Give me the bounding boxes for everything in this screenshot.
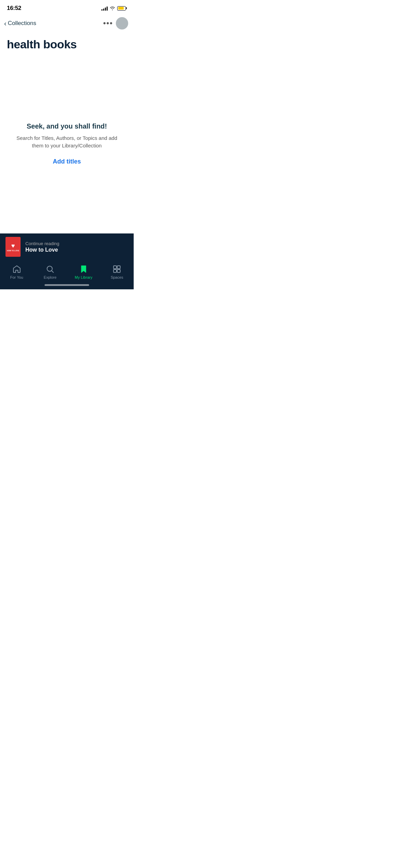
back-chevron-icon: ‹ xyxy=(4,20,7,27)
search-icon xyxy=(45,264,55,274)
continue-reading-bar[interactable]: ♥ HOW TO LOVE Continue reading How to Lo… xyxy=(0,233,134,260)
tab-for-you[interactable]: For You xyxy=(0,263,34,281)
status-time: 16:52 xyxy=(7,5,21,12)
empty-state-description: Search for Titles, Authors, or Topics an… xyxy=(10,134,123,150)
tab-bar: For You Explore My Library xyxy=(0,260,134,282)
main-content: Seek, and you shall find! Search for Tit… xyxy=(0,54,134,233)
book-thumbnail-text: HOW TO LOVE xyxy=(7,250,19,252)
tab-spaces[interactable]: Spaces xyxy=(100,263,134,281)
tab-explore-label: Explore xyxy=(44,275,57,279)
tab-explore[interactable]: Explore xyxy=(34,263,67,281)
back-label: Collections xyxy=(8,20,36,27)
nav-bar: ‹ Collections ••• xyxy=(0,14,134,32)
battery-icon xyxy=(117,6,127,11)
continue-reading-info: Continue reading How to Love xyxy=(25,241,59,253)
tab-spaces-label: Spaces xyxy=(111,275,123,279)
status-bar: 16:52 xyxy=(0,0,134,14)
tab-for-you-label: For You xyxy=(10,275,23,279)
svg-rect-2 xyxy=(114,266,117,269)
book-thumbnail: ♥ HOW TO LOVE xyxy=(5,237,21,257)
home-icon xyxy=(12,264,22,274)
continue-reading-title: How to Love xyxy=(25,247,59,253)
status-icons xyxy=(101,6,127,11)
book-heart-icon: ♥ xyxy=(11,242,15,250)
bottom-indicator xyxy=(0,282,134,289)
signal-icon xyxy=(101,6,108,11)
more-options-button[interactable]: ••• xyxy=(103,19,113,28)
empty-state-heading: Seek, and you shall find! xyxy=(27,122,107,130)
tab-my-library[interactable]: My Library xyxy=(67,263,100,281)
page-title-section: health books xyxy=(0,32,134,54)
svg-rect-5 xyxy=(117,269,120,273)
svg-rect-4 xyxy=(114,269,117,273)
spaces-icon xyxy=(112,264,122,274)
nav-actions: ••• xyxy=(103,17,128,29)
home-indicator xyxy=(45,284,89,286)
add-titles-link[interactable]: Add titles xyxy=(53,158,81,165)
wifi-icon xyxy=(110,6,115,10)
bookmark-icon xyxy=(79,264,88,274)
continue-reading-label: Continue reading xyxy=(25,241,59,246)
back-button[interactable]: ‹ Collections xyxy=(4,20,36,27)
page-title: health books xyxy=(7,38,127,51)
svg-rect-3 xyxy=(117,266,120,269)
svg-line-1 xyxy=(52,271,53,273)
avatar[interactable] xyxy=(116,17,128,29)
tab-my-library-label: My Library xyxy=(75,275,92,279)
